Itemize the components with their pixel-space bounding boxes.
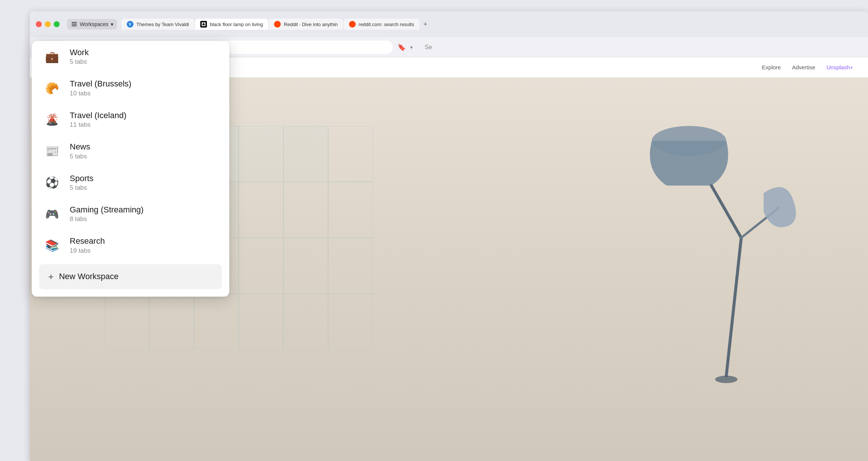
add-tab-button[interactable]: + <box>420 19 431 29</box>
news-tabs: 5 tabs <box>70 153 90 160</box>
unsplash-favicon <box>200 21 207 28</box>
workspaces-icon <box>71 21 78 28</box>
travel-brussels-icon: 🥐 <box>43 79 61 97</box>
explore-link[interactable]: Explore <box>762 64 781 70</box>
travel-brussels-tabs: 10 tabs <box>70 90 131 97</box>
news-name: News <box>70 142 90 152</box>
work-tabs: 5 tabs <box>70 58 89 66</box>
gaming-name: Gaming (Streaming) <box>70 205 144 215</box>
title-bar: Workspaces ▾ V Themes by Team Vivaldi bl… <box>30 11 868 37</box>
new-workspace-label: New Workspace <box>59 272 119 281</box>
tab-vivaldi-label: Themes by Team Vivaldi <box>136 22 189 27</box>
tab-unsplash-label: black floor lamp on living <box>210 22 263 27</box>
gaming-info: Gaming (Streaming) 8 tabs <box>70 205 144 223</box>
workspace-item-travel-brussels[interactable]: 🥐 Travel (Brussels) 10 tabs <box>32 72 229 104</box>
tab-unsplash[interactable]: black floor lamp on living <box>195 19 268 30</box>
workspace-item-sports[interactable]: ⚽ Sports 5 tabs <box>32 167 229 198</box>
advertise-link[interactable]: Advertise <box>792 64 815 70</box>
travel-iceland-name: Travel (Iceland) <box>70 111 126 120</box>
travel-brussels-name: Travel (Brussels) <box>70 79 131 89</box>
close-button[interactable] <box>36 21 42 27</box>
unsplash-plus-link[interactable]: Unsplash+ <box>827 64 853 70</box>
research-tabs: 19 tabs <box>70 247 105 255</box>
svg-rect-0 <box>72 22 77 23</box>
floor-lamp-svg <box>622 96 808 394</box>
tabs-area: V Themes by Team Vivaldi black floor lam… <box>122 19 862 30</box>
work-name: Work <box>70 48 89 57</box>
new-workspace-plus-icon: + <box>48 271 54 282</box>
tab-vivaldi[interactable]: V Themes by Team Vivaldi <box>122 19 194 30</box>
svg-line-27 <box>711 186 741 238</box>
workspaces-label: Workspaces <box>80 21 108 27</box>
svg-point-30 <box>715 376 738 383</box>
workspace-item-travel-iceland[interactable]: 🌋 Travel (Iceland) 11 tabs <box>32 104 229 135</box>
work-info: Work 5 tabs <box>70 48 89 66</box>
research-icon: 📚 <box>43 237 61 255</box>
reddit2-favicon <box>349 21 356 28</box>
gaming-icon: 🎮 <box>43 205 61 223</box>
workspaces-button[interactable]: Workspaces ▾ <box>67 19 117 29</box>
news-icon: 📰 <box>43 142 61 160</box>
travel-iceland-tabs: 11 tabs <box>70 121 126 129</box>
tab-reddit2-label: reddit.com: search results <box>359 22 414 27</box>
maximize-button[interactable] <box>54 21 60 27</box>
work-icon: 💼 <box>43 48 61 66</box>
workspace-item-gaming[interactable]: 🎮 Gaming (Streaming) 8 tabs <box>32 198 229 230</box>
travel-iceland-icon: 🌋 <box>43 111 61 129</box>
workspace-item-news[interactable]: 📰 News 5 tabs <box>32 135 229 167</box>
gaming-tabs: 8 tabs <box>70 215 144 223</box>
minimize-button[interactable] <box>45 21 51 27</box>
reddit1-favicon <box>274 21 281 28</box>
bookmark-chevron[interactable]: ▾ <box>410 44 413 50</box>
sports-tabs: 5 tabs <box>70 184 94 192</box>
svg-line-28 <box>726 238 741 376</box>
research-info: Research 19 tabs <box>70 236 105 254</box>
sports-icon: ⚽ <box>43 174 61 192</box>
new-workspace-button[interactable]: + New Workspace <box>39 264 222 289</box>
tab-reddit1-label: Reddit · Dive into anythin <box>284 22 338 27</box>
travel-iceland-info: Travel (Iceland) 11 tabs <box>70 111 126 129</box>
svg-rect-5 <box>203 23 204 24</box>
svg-rect-4 <box>202 24 205 25</box>
svg-rect-21 <box>239 127 283 181</box>
traffic-lights <box>36 21 60 27</box>
svg-rect-1 <box>72 24 77 25</box>
workspace-item-research[interactable]: 📚 Research 19 tabs <box>32 230 229 261</box>
travel-brussels-info: Travel (Brussels) 10 tabs <box>70 79 131 97</box>
workspaces-chevron: ▾ <box>111 21 113 27</box>
sports-info: Sports 5 tabs <box>70 174 94 192</box>
svg-rect-2 <box>72 25 77 26</box>
news-info: News 5 tabs <box>70 142 90 160</box>
research-name: Research <box>70 236 105 246</box>
vivaldi-favicon: V <box>127 21 133 28</box>
svg-rect-22 <box>284 127 327 181</box>
sports-name: Sports <box>70 174 94 183</box>
tab-reddit1[interactable]: Reddit · Dive into anythin <box>269 19 343 30</box>
workspace-item-work[interactable]: 💼 Work 5 tabs <box>32 41 229 72</box>
search-label[interactable]: Se <box>425 44 432 51</box>
tab-reddit2[interactable]: reddit.com: search results <box>344 19 419 30</box>
bookmark-icon[interactable]: 🔖 <box>397 43 406 51</box>
workspaces-dropdown: 💼 Work 5 tabs 🥐 Travel (Brussels) 10 tab… <box>32 41 229 297</box>
